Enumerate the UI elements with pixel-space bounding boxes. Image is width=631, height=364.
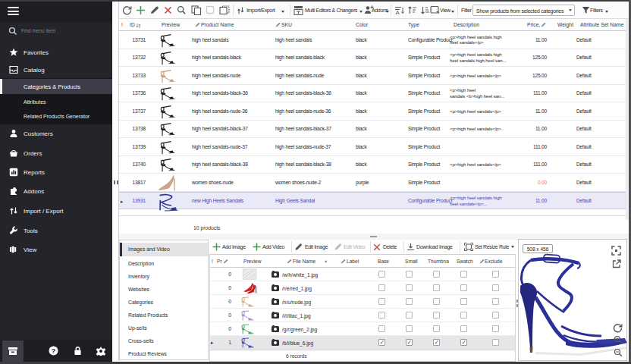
svg-text:?: ? — [52, 347, 56, 355]
svg-text:A: A — [396, 9, 400, 15]
